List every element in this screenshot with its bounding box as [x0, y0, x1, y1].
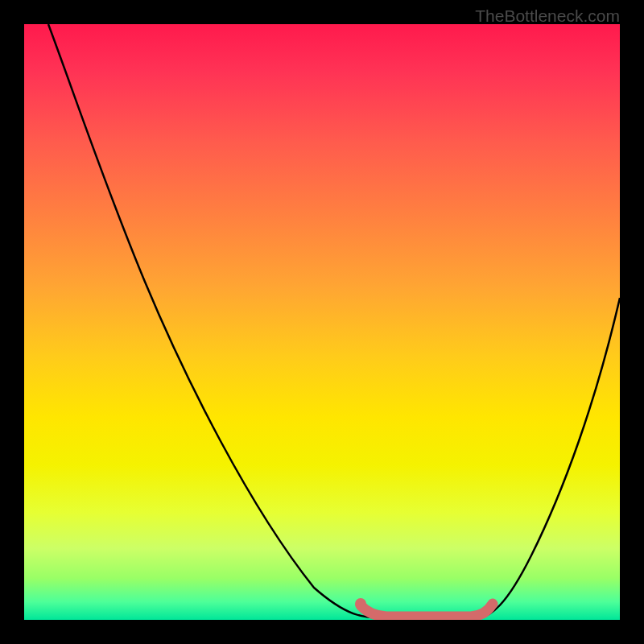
chart-svg	[24, 24, 620, 620]
bottleneck-curve-line	[48, 24, 620, 618]
optimal-zone-highlight	[361, 604, 493, 617]
optimal-zone-start-dot	[355, 598, 366, 609]
watermark-text: TheBottleneck.com	[475, 6, 620, 26]
chart-plot-area	[24, 24, 620, 620]
